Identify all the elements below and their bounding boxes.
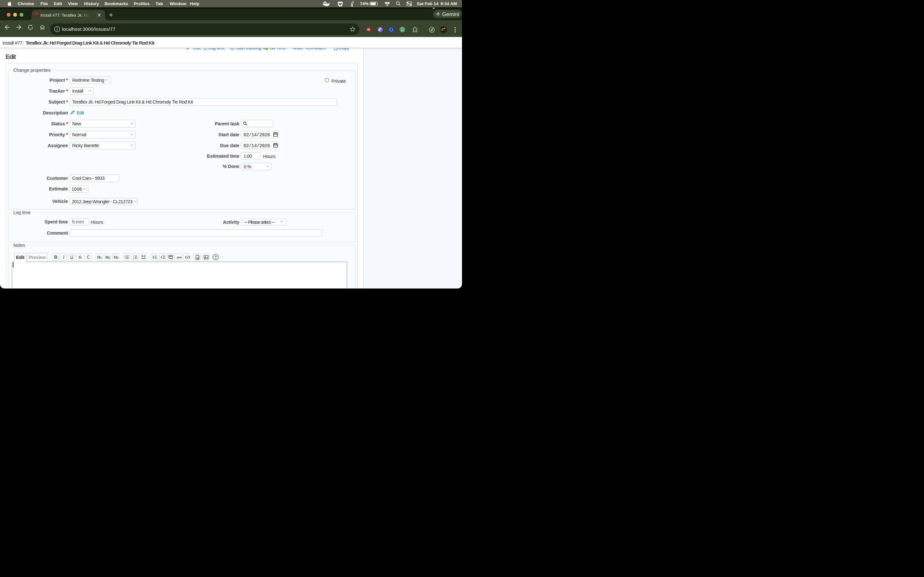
svg-text:H: H — [114, 255, 117, 259]
svg-text:U: U — [70, 255, 73, 259]
svg-text:2: 2 — [133, 258, 134, 259]
svg-text:S: S — [79, 255, 81, 259]
svg-text:1: 1 — [133, 255, 134, 257]
svg-text:I: I — [63, 255, 65, 259]
svg-text:3: 3 — [117, 256, 118, 259]
svg-text:?: ? — [214, 255, 216, 259]
svg-text:1: 1 — [100, 256, 102, 259]
svg-text:C: C — [87, 255, 90, 259]
svg-text:B: B — [54, 255, 57, 259]
svg-text:H: H — [97, 255, 100, 259]
svg-text:pre: pre — [177, 255, 182, 259]
svg-text:H: H — [105, 255, 108, 259]
svg-text:2: 2 — [108, 256, 110, 259]
